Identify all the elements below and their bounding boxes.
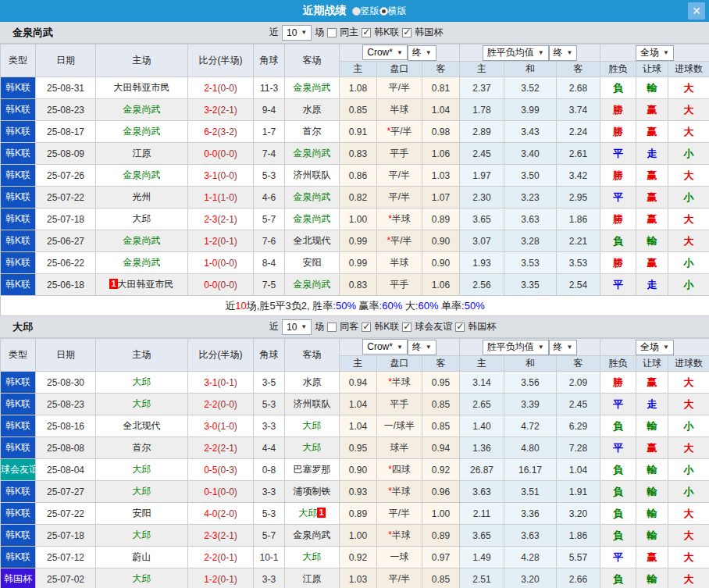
match-row: 韩国杯25-07-02大邱1-2(0-1)3-3江原1.03平/半0.852.5… xyxy=(1,568,709,588)
score-cell: 1-2(0-1) xyxy=(188,568,254,588)
home-team-cell: 大邱 xyxy=(96,394,188,415)
handicap-line: 平手 xyxy=(377,274,422,296)
match-type-cell: 球会友谊 xyxy=(1,459,36,481)
full-score: 0-0 xyxy=(204,148,217,159)
crow-home-odds: 1.04 xyxy=(340,394,377,415)
score-cell: 2-3(2-1) xyxy=(188,525,254,547)
result-winlose-char: 勝 xyxy=(613,169,623,181)
league-checkbox[interactable] xyxy=(455,323,465,332)
result-winlose-char: 勝 xyxy=(613,104,623,116)
column-header: 比分(半场) xyxy=(188,339,254,372)
corner-count: 10-1 xyxy=(254,547,285,568)
mean-draw-odds: 4.80 xyxy=(504,437,557,459)
mean-odds-dropdown[interactable]: 胜平负均值▼ xyxy=(483,45,549,61)
scope-dropdown-label: 全场 xyxy=(640,340,659,354)
handicap-line: 平/半 xyxy=(377,503,422,525)
same-venue-checkbox[interactable] xyxy=(327,323,337,332)
scope-dropdown[interactable]: 全场▼ xyxy=(636,340,674,355)
mean-win-odds: 1.93 xyxy=(460,252,504,274)
summary-segment: 50% xyxy=(336,300,356,312)
crow-company-dropdown[interactable]: Crow*▼ xyxy=(362,45,408,60)
match-row: 韩K联25-07-18大邱2-3(2-1)5-7金泉尚武1.00*半球0.893… xyxy=(1,208,709,230)
away-team-cell: 金泉尚武 xyxy=(285,143,340,165)
away-team: 济州联队 xyxy=(294,398,331,409)
team-name: 大邱 xyxy=(12,320,33,334)
recent-count-select[interactable]: 10▼ xyxy=(282,319,312,335)
home-team-cell: 安阳 xyxy=(96,503,188,525)
same-venue-checkbox[interactable] xyxy=(327,28,337,37)
scope-dropdown[interactable]: 全场▼ xyxy=(636,45,674,61)
layout-radio-horizontal[interactable] xyxy=(379,7,388,16)
crow-away-odds: 1.03 xyxy=(422,165,460,187)
match-type-cell: 韩K联 xyxy=(1,252,36,274)
away-team: 大邱 xyxy=(298,508,317,519)
recent-count-select[interactable]: 10▼ xyxy=(282,25,312,41)
result-winlose: 勝 xyxy=(600,121,636,143)
mean-final-dropdown[interactable]: 终▼ xyxy=(549,340,578,355)
full-score: 3-0 xyxy=(204,421,217,432)
crow-odds-group: Crow*▼终▼ xyxy=(340,339,460,356)
close-button[interactable]: ✕ xyxy=(688,2,705,20)
crow-company-dropdown[interactable]: Crow*▼ xyxy=(362,339,408,355)
league-checkbox[interactable] xyxy=(362,28,371,37)
away-team-cell: 江原 xyxy=(285,568,340,588)
crow-final-dropdown[interactable]: 终▼ xyxy=(408,340,436,355)
home-team: 全北现代 xyxy=(123,420,161,431)
result-goals: 大 xyxy=(668,165,709,187)
league-checkbox[interactable] xyxy=(362,323,371,332)
result-handicap: 輸 xyxy=(636,230,668,252)
subcolumn-header: 和 xyxy=(504,62,557,77)
subcolumn-header: 主 xyxy=(460,356,504,372)
crow-away-odds: 0.81 xyxy=(422,77,460,99)
result-winlose-char: 平 xyxy=(613,442,623,454)
recent-count-select-label: 10 xyxy=(287,27,297,38)
mean-odds-dropdown[interactable]: 胜平负均值▼ xyxy=(483,340,549,355)
match-date: 25-07-22 xyxy=(36,187,96,208)
crow-home-odds: 0.86 xyxy=(340,165,377,187)
mean-draw-odds: 16.17 xyxy=(504,459,557,481)
home-team: 金泉尚武 xyxy=(123,104,161,115)
crow-home-odds: 1.08 xyxy=(340,77,377,99)
corner-count: 7-4 xyxy=(254,143,285,165)
column-header: 主场 xyxy=(96,339,188,372)
match-date: 25-07-02 xyxy=(36,568,96,588)
corner-count: 7-5 xyxy=(254,274,285,296)
match-row: 韩K联25-07-18大邱2-3(2-1)5-7金泉尚武1.00*半球0.893… xyxy=(1,525,709,547)
crow-away-odds: 1.00 xyxy=(422,503,460,525)
away-team: 水原 xyxy=(303,376,322,387)
corner-count: 8-4 xyxy=(254,252,285,274)
result-handicap-char: 赢 xyxy=(647,376,657,388)
home-team-cell: 金泉尚武 xyxy=(96,230,188,252)
league-checkbox-label: 韩K联 xyxy=(374,320,399,333)
league-checkbox[interactable] xyxy=(402,28,412,37)
mean-final-dropdown[interactable]: 终▼ xyxy=(549,45,578,61)
handicap-line: 半球 xyxy=(377,99,422,121)
league-checkbox[interactable] xyxy=(402,323,412,332)
mean-draw-odds: 4.72 xyxy=(504,415,557,437)
half-score: (0-1) xyxy=(218,574,237,585)
match-row: 韩K联25-07-26金泉尚武3-1(0-0)5-3济州联队0.86平/半1.0… xyxy=(1,165,709,187)
mean-draw-odds: 3.50 xyxy=(504,165,557,187)
full-score: 1-0 xyxy=(204,258,217,269)
mean-draw-odds: 3.23 xyxy=(504,187,557,208)
crow-away-odds: 0.85 xyxy=(422,568,460,588)
full-score: 3-2 xyxy=(204,105,217,116)
layout-radio-vertical[interactable] xyxy=(352,7,361,16)
result-winlose-char: 負 xyxy=(613,235,623,247)
match-type-cell: 韩K联 xyxy=(1,415,36,437)
corner-count: 5-7 xyxy=(254,208,285,230)
crow-final-dropdown[interactable]: 终▼ xyxy=(408,45,436,61)
result-handicap: 走 xyxy=(636,274,668,296)
result-handicap-char: 輸 xyxy=(647,420,657,432)
away-team: 安阳 xyxy=(303,257,322,268)
match-type-cell: 韩K联 xyxy=(1,143,36,165)
mean-lose-odds: 3.42 xyxy=(557,165,600,187)
result-winlose-char: 負 xyxy=(613,508,623,519)
away-team: 金泉尚武 xyxy=(294,529,331,540)
away-team: 金泉尚武 xyxy=(294,279,331,290)
match-date: 25-07-18 xyxy=(36,525,96,547)
header-row-dropdowns: 类型日期主场比分(半场)角球客场Crow*▼终▼胜平负均值▼终▼全场▼ xyxy=(1,45,709,62)
subcolumn-header: 让球 xyxy=(636,62,668,77)
home-team: 大邱 xyxy=(133,398,151,409)
away-team-cell: 安阳 xyxy=(285,252,340,274)
